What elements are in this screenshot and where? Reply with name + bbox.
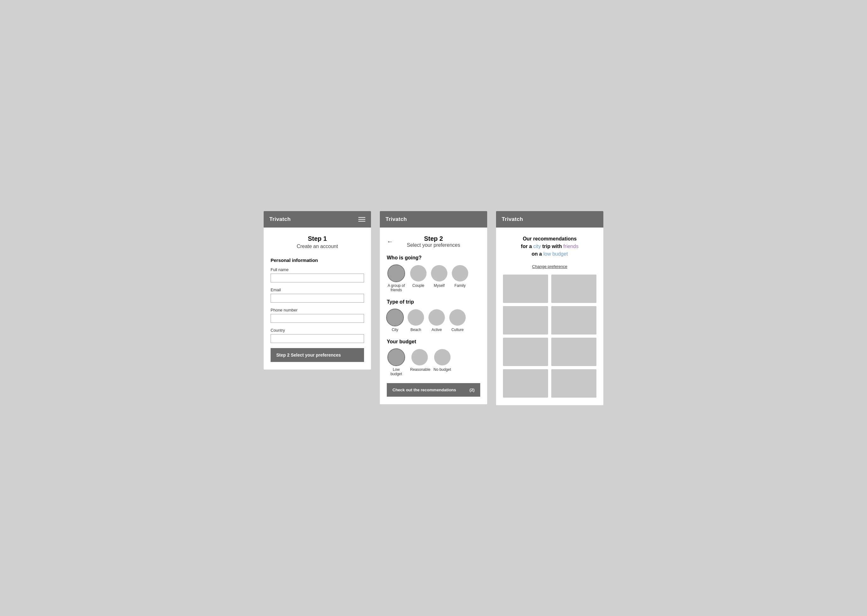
country-field-group: Country [271,328,364,343]
option-no-budget-label: No budget [433,367,451,372]
screens-container: Trivatch Step 1 Create an account Person… [264,211,603,405]
checkout-btn-label: Check out the recommendations [392,388,456,392]
option-beach-label: Beach [411,328,421,332]
option-friends[interactable]: A group of friends [387,265,406,292]
option-family[interactable]: Family [452,265,468,292]
option-city-label: City [392,328,398,332]
step2-subtitle: Select your preferences [407,242,460,248]
country-input[interactable] [271,334,364,343]
option-couple-label: Couple [412,283,424,288]
rec-image-7 [503,369,548,398]
option-family-label: Family [454,283,466,288]
rec-trip-text2: trip with [542,244,562,249]
checkout-btn-badge: (2) [469,388,475,392]
rec-city: city [533,244,541,249]
phone-field-group: Phone number [271,308,364,323]
step2-title-block: Step 2 Select your preferences [407,235,460,248]
step2-header-row: ← Step 2 Select your preferences [387,235,480,248]
option-city-circle [387,309,403,326]
option-low-budget-circle [388,349,404,365]
screen2-app-title: Trivatch [386,216,407,223]
option-culture-label: Culture [452,328,464,332]
recommendations-grid [503,275,596,398]
who-is-going-title: Who is going? [387,255,480,261]
option-friends-circle [388,265,404,281]
option-myself-circle [431,265,447,281]
screen-1: Trivatch Step 1 Create an account Person… [264,211,371,369]
rec-image-3 [503,306,548,335]
budget-title: Your budget [387,339,480,345]
rec-prefix: Our recommendations [523,236,577,241]
rec-image-2 [551,275,596,303]
type-of-trip-section: Type of trip City Beach Active [387,299,480,332]
step2-cta-button[interactable]: Step 2 Select your preferences [271,348,364,362]
option-couple-circle [410,265,426,281]
step1-number: Step 1 [271,235,364,242]
email-label: Email [271,288,364,292]
budget-options: Low budget Reasonable No budget [387,349,480,376]
rec-budget: low budget [543,251,568,256]
rec-image-1 [503,275,548,303]
step2-number: Step 2 [407,235,460,242]
option-active-circle [428,309,445,326]
who-is-going-section: Who is going? A group of friends Couple … [387,255,480,292]
option-low-budget-label: Low budget [387,367,406,376]
type-of-trip-title: Type of trip [387,299,480,305]
hamburger-icon[interactable] [358,217,365,222]
budget-section: Your budget Low budget Reasonable No bud… [387,339,480,376]
screen2-body: ← Step 2 Select your preferences Who is … [380,228,487,404]
rec-title-block: Our recommendations for a city trip with… [503,235,596,258]
rec-line2-prefix: for a [521,244,532,249]
screen1-body: Step 1 Create an account Personal inform… [264,228,371,369]
option-city[interactable]: City [387,309,403,332]
option-couple[interactable]: Couple [410,265,426,292]
who-options: A group of friends Couple Myself Family [387,265,480,292]
option-reasonable[interactable]: Reasonable [410,349,429,376]
screen-3: Trivatch Our recommendations for a city … [496,211,603,405]
rec-title: Our recommendations for a city trip with… [503,235,596,258]
personal-info-label: Personal information [271,258,364,263]
rec-image-8 [551,369,596,398]
fullname-label: Full name [271,267,364,272]
option-friends-label: A group of friends [387,283,406,292]
email-input[interactable] [271,294,364,303]
fullname-field-group: Full name [271,267,364,283]
rec-image-4 [551,306,596,335]
screen2-header: Trivatch [380,211,487,228]
screen1-app-title: Trivatch [269,216,291,223]
rec-friends: friends [563,244,578,249]
email-field-group: Email [271,288,364,303]
screen1-header: Trivatch [264,211,371,228]
screen3-header: Trivatch [496,211,603,228]
option-no-budget-circle [434,349,450,365]
option-culture-circle [449,309,466,326]
option-beach-circle [408,309,424,326]
option-active[interactable]: Active [428,309,445,332]
option-active-label: Active [432,328,442,332]
option-myself-label: Myself [434,283,445,288]
step1-title: Create an account [271,244,364,249]
rec-image-5 [503,338,548,366]
option-reasonable-label: Reasonable [410,367,429,372]
option-myself[interactable]: Myself [431,265,447,292]
option-culture[interactable]: Culture [449,309,466,332]
country-label: Country [271,328,364,333]
rec-image-6 [551,338,596,366]
change-preference-link[interactable]: Change preference [503,264,596,269]
fullname-input[interactable] [271,273,364,283]
option-low-budget[interactable]: Low budget [387,349,406,376]
rec-line3-prefix: on a [532,251,542,256]
phone-input[interactable] [271,314,364,323]
option-beach[interactable]: Beach [408,309,424,332]
option-reasonable-circle [411,349,428,365]
screen-2: Trivatch ← Step 2 Select your preference… [380,211,487,404]
screen3-body: Our recommendations for a city trip with… [496,228,603,405]
checkout-recommendations-button[interactable]: Check out the recommendations (2) [387,383,480,397]
back-arrow-button[interactable]: ← [387,238,393,245]
trip-options: City Beach Active Culture [387,309,480,332]
phone-label: Phone number [271,308,364,313]
option-no-budget[interactable]: No budget [433,349,451,376]
option-family-circle [452,265,468,281]
screen3-app-title: Trivatch [502,216,523,223]
